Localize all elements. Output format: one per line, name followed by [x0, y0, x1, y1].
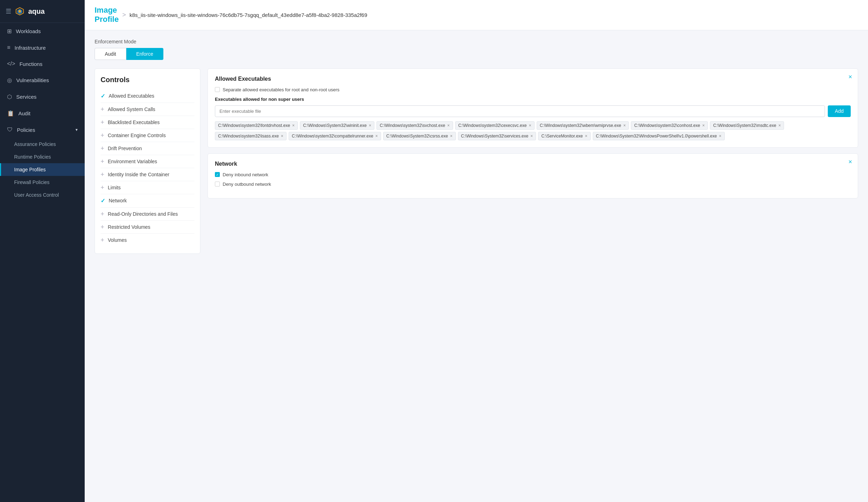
sidebar-item-services[interactable]: ⬡ Services	[0, 88, 85, 105]
breadcrumb-separator: >	[122, 11, 126, 19]
sidebar-item-label: Vulnerabilities	[16, 77, 49, 83]
allowed-executables-title: Allowed Executables	[215, 76, 851, 82]
sidebar-item-firewall-policies[interactable]: Firewall Policies	[0, 176, 85, 189]
list-item: C:\Windows\system32\cexecsvc.exe×	[455, 121, 535, 130]
control-item-read-only-dirs[interactable]: + Read-Only Directories and Files	[101, 208, 194, 221]
control-item-environment-variables[interactable]: + Environment Variables	[101, 155, 194, 168]
sidebar-item-label: Policies	[17, 127, 35, 133]
detail-panel: Allowed Executables × Separate allowed e…	[207, 68, 858, 198]
sidebar: ☰ aqua ⊞ Workloads ≡ Infrastructure </> …	[0, 0, 85, 502]
two-column-layout: Controls ✓ Allowed Executables + Allowed…	[95, 68, 858, 254]
remove-tag-button[interactable]: ×	[369, 123, 371, 128]
deny-outbound-checkbox[interactable]	[215, 182, 220, 186]
allowed-executables-card: Allowed Executables × Separate allowed e…	[207, 68, 858, 148]
sidebar-item-user-access-control[interactable]: User Access Control	[0, 189, 85, 201]
sidebar-item-label: Audit	[18, 110, 30, 116]
svg-point-3	[19, 10, 21, 13]
control-item-network[interactable]: ✓ Network	[101, 194, 194, 208]
plus-icon: +	[101, 184, 104, 191]
sidebar-item-label: Infrastructure	[14, 45, 46, 51]
aqua-logo-icon	[15, 6, 25, 16]
control-item-allowed-executables[interactable]: ✓ Allowed Executables	[101, 90, 194, 103]
control-item-allowed-system-calls[interactable]: + Allowed System Calls	[101, 103, 194, 116]
network-card-close-button[interactable]: ×	[848, 159, 852, 165]
sidebar-item-infrastructure[interactable]: ≡ Infrastructure	[0, 39, 85, 56]
enforcement-section: Enforcement Mode Audit Enforce	[95, 39, 858, 60]
deny-inbound-checkbox[interactable]	[215, 172, 220, 177]
control-item-container-engine[interactable]: + Container Engine Controls	[101, 129, 194, 142]
plus-icon: +	[101, 145, 104, 152]
controls-panel: Controls ✓ Allowed Executables + Allowed…	[95, 68, 200, 254]
remove-tag-button[interactable]: ×	[585, 134, 587, 139]
services-icon: ⬡	[7, 93, 12, 100]
remove-tag-button[interactable]: ×	[447, 123, 450, 128]
remove-tag-button[interactable]: ×	[623, 123, 626, 128]
enforce-mode-button[interactable]: Enforce	[126, 48, 163, 60]
network-card: Network × Deny inbound network Deny outb…	[207, 153, 858, 198]
plus-icon: +	[101, 171, 104, 178]
audit-mode-button[interactable]: Audit	[95, 48, 126, 60]
enforcement-label: Enforcement Mode	[95, 39, 858, 44]
breadcrumb-current: k8s_iis-site-windows_iis-site-windows-76…	[129, 12, 367, 18]
sidebar-logo: ☰ aqua	[0, 0, 85, 23]
control-item-identity-inside[interactable]: + Identity Inside the Container	[101, 168, 194, 181]
sidebar-item-label: Services	[16, 94, 37, 100]
list-item: C:\ServiceMonitor.exe×	[538, 132, 590, 140]
list-item: C:\Windows\System32\wininit.exe×	[300, 121, 374, 130]
infrastructure-icon: ≡	[7, 44, 10, 51]
list-item: C:\Windows\System32\services.exe×	[458, 132, 536, 140]
sidebar-item-vulnerabilities[interactable]: ◎ Vulnerabilities	[0, 72, 85, 88]
executable-input-row: Add	[215, 105, 851, 117]
control-item-drift-prevention[interactable]: + Drift Prevention	[101, 142, 194, 155]
breadcrumb-link[interactable]: Image Profile	[95, 6, 119, 24]
deny-outbound-row: Deny outbound network	[215, 182, 851, 187]
remove-tag-button[interactable]: ×	[719, 134, 722, 139]
plus-icon: +	[101, 132, 104, 139]
mode-buttons: Audit Enforce	[95, 48, 858, 60]
control-item-volumes[interactable]: + Volumes	[101, 234, 194, 246]
hamburger-icon[interactable]: ☰	[6, 7, 11, 15]
remove-tag-button[interactable]: ×	[375, 134, 378, 139]
list-item: C:\Windows\System32\WindowsPowerShell\v1…	[593, 132, 725, 140]
list-item: C:\Windows\system32\compattelrunner.exe×	[289, 132, 381, 140]
remove-tag-button[interactable]: ×	[702, 123, 705, 128]
control-item-restricted-volumes[interactable]: + Restricted Volumes	[101, 221, 194, 234]
control-item-blacklisted-executables[interactable]: + Blacklisted Executables	[101, 116, 194, 129]
logo-text: aqua	[28, 7, 45, 16]
check-icon: ✓	[101, 93, 105, 99]
executables-tags: C:\Windows\system32\fontdrvhost.exe×C:\W…	[215, 121, 851, 140]
list-item: C:\Windows\system32\lsass.exe×	[215, 132, 287, 140]
control-item-limits[interactable]: + Limits	[101, 181, 194, 194]
separate-executables-checkbox[interactable]	[215, 87, 220, 92]
remove-tag-button[interactable]: ×	[530, 134, 533, 139]
list-item: C:\Windows\system32\conhost.exe×	[631, 121, 708, 130]
deny-inbound-row: Deny inbound network	[215, 172, 851, 177]
remove-tag-button[interactable]: ×	[529, 123, 531, 128]
sidebar-item-label: Functions	[19, 61, 42, 67]
list-item: C:\Windows\System32\csrss.exe×	[383, 132, 456, 140]
plus-icon: +	[101, 237, 104, 243]
remove-tag-button[interactable]: ×	[292, 123, 295, 128]
policies-icon: 🛡	[7, 127, 13, 133]
sidebar-item-workloads[interactable]: ⊞ Workloads	[0, 23, 85, 39]
plus-icon: +	[101, 211, 104, 217]
remove-tag-button[interactable]: ×	[450, 134, 453, 139]
plus-icon: +	[101, 106, 104, 112]
sidebar-item-policies[interactable]: 🛡 Policies ▾	[0, 122, 85, 138]
separate-executables-row: Separate allowed executables for root an…	[215, 87, 851, 92]
sidebar-item-image-profiles[interactable]: Image Profiles	[0, 163, 85, 176]
sidebar-item-assurance-policies[interactable]: Assurance Policies	[0, 138, 85, 151]
sidebar-item-audit[interactable]: 📋 Audit	[0, 105, 85, 122]
add-executable-button[interactable]: Add	[828, 105, 851, 117]
content-area: Enforcement Mode Audit Enforce Controls …	[85, 30, 868, 502]
header: Image Profile > k8s_iis-site-windows_iis…	[85, 0, 868, 30]
list-item: C:\Windows\System32\msdtc.exe×	[710, 121, 784, 130]
sidebar-item-functions[interactable]: </> Functions	[0, 56, 85, 72]
sidebar-item-runtime-policies[interactable]: Runtime Policies	[0, 151, 85, 163]
remove-tag-button[interactable]: ×	[281, 134, 283, 139]
allowed-executables-close-button[interactable]: ×	[848, 74, 852, 80]
main-content: Image Profile > k8s_iis-site-windows_iis…	[85, 0, 868, 502]
remove-tag-button[interactable]: ×	[778, 123, 781, 128]
executable-input[interactable]	[215, 105, 825, 117]
check-icon: ✓	[101, 197, 105, 204]
